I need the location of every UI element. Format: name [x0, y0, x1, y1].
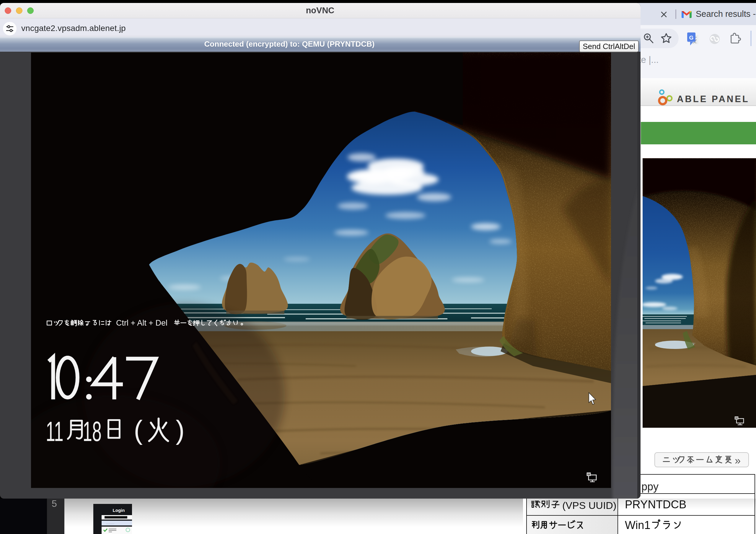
svg-text:Login: Login: [113, 508, 125, 513]
svg-text:18: 18: [83, 416, 102, 447]
svg-text:Ctrl + Alt + Del: Ctrl + Alt + Del: [116, 318, 168, 327]
svg-text:11: 11: [46, 416, 64, 447]
svg-text:........: ........: [106, 521, 115, 524]
svg-text:): ): [176, 415, 185, 445]
svg-text:(: (: [134, 415, 143, 445]
